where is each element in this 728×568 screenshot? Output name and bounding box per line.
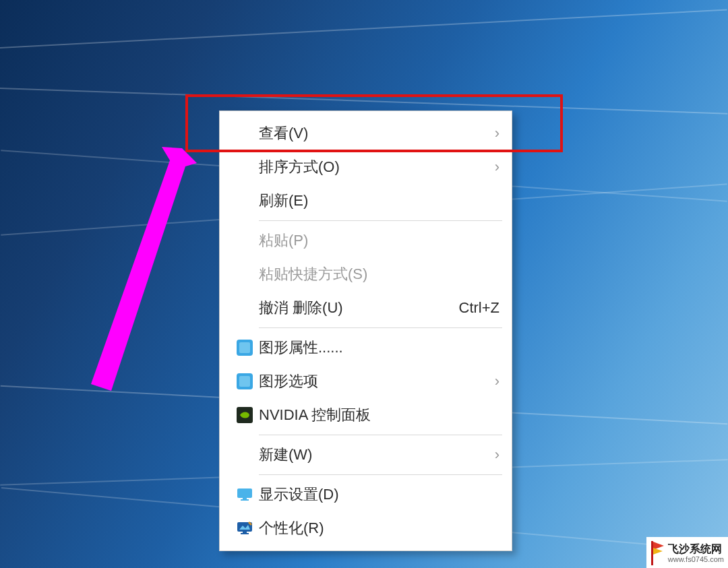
svg-marker-11 bbox=[91, 147, 197, 391]
chevron-right-icon: › bbox=[481, 125, 499, 142]
menu-nvidia[interactable]: NVIDIA 控制面板 bbox=[221, 398, 510, 432]
menu-sort[interactable]: 排序方式(O) › bbox=[221, 150, 510, 184]
svg-rect-10 bbox=[241, 533, 249, 534]
menu-item-label: 粘贴快捷方式(S) bbox=[259, 264, 499, 284]
watermark-url: www.fs0745.com bbox=[668, 555, 724, 563]
menu-item-label: 显示设置(D) bbox=[259, 484, 499, 505]
intel-icon bbox=[231, 372, 259, 391]
svg-rect-7 bbox=[241, 499, 249, 501]
menu-item-label: 个性化(R) bbox=[259, 518, 499, 538]
menu-refresh[interactable]: 刷新(E) bbox=[221, 184, 510, 218]
menu-new[interactable]: 新建(W) › bbox=[221, 438, 510, 472]
chevron-right-icon: › bbox=[481, 158, 499, 176]
chevron-right-icon: › bbox=[481, 446, 499, 464]
menu-item-shortcut: Ctrl+Z bbox=[446, 299, 500, 317]
svg-rect-5 bbox=[237, 488, 252, 498]
svg-rect-12 bbox=[651, 541, 653, 565]
svg-rect-3 bbox=[239, 376, 250, 387]
menu-graphics-properties[interactable]: 图形属性...... bbox=[221, 331, 510, 365]
menu-separator bbox=[259, 435, 502, 435]
menu-item-label: 图形选项 bbox=[259, 371, 481, 391]
menu-item-label: 排序方式(O) bbox=[259, 157, 481, 177]
watermark-title: 飞沙系统网 bbox=[668, 543, 724, 555]
menu-personalize[interactable]: 个性化(R) bbox=[221, 511, 510, 545]
watermark: 飞沙系统网 www.fs0745.com bbox=[646, 537, 728, 568]
annotation-arrow-icon bbox=[67, 135, 202, 404]
menu-paste: 粘贴(P) bbox=[221, 224, 510, 257]
menu-item-label: 查看(V) bbox=[259, 123, 481, 144]
menu-item-label: NVIDIA 控制面板 bbox=[259, 405, 499, 425]
monitor-icon bbox=[231, 485, 259, 504]
personalize-icon bbox=[231, 519, 259, 538]
svg-rect-1 bbox=[239, 342, 250, 353]
menu-view[interactable]: 查看(V) › bbox=[221, 117, 510, 150]
menu-graphics-options[interactable]: 图形选项 › bbox=[221, 365, 510, 398]
menu-separator bbox=[259, 327, 502, 328]
nvidia-icon bbox=[231, 406, 259, 424]
watermark-logo-icon bbox=[649, 540, 665, 567]
desktop-context-menu: 查看(V) › 排序方式(O) › 刷新(E) 粘贴(P) 粘贴快捷方式(S) … bbox=[219, 111, 512, 551]
chevron-right-icon: › bbox=[481, 373, 499, 390]
desktop-background[interactable]: 查看(V) › 排序方式(O) › 刷新(E) 粘贴(P) 粘贴快捷方式(S) … bbox=[0, 0, 728, 568]
intel-icon bbox=[231, 338, 259, 357]
menu-item-label: 粘贴(P) bbox=[259, 230, 499, 251]
menu-item-label: 撤消 删除(U) bbox=[259, 298, 446, 318]
menu-item-label: 图形属性...... bbox=[259, 338, 499, 358]
menu-undo-delete[interactable]: 撤消 删除(U) Ctrl+Z bbox=[221, 291, 510, 325]
menu-separator bbox=[259, 474, 502, 475]
svg-rect-6 bbox=[243, 498, 247, 499]
menu-display-settings[interactable]: 显示设置(D) bbox=[221, 478, 510, 511]
svg-rect-9 bbox=[243, 532, 247, 533]
menu-paste-shortcut: 粘贴快捷方式(S) bbox=[221, 257, 510, 291]
menu-item-label: 刷新(E) bbox=[259, 191, 499, 211]
menu-separator bbox=[259, 220, 502, 221]
menu-item-label: 新建(W) bbox=[259, 445, 481, 465]
